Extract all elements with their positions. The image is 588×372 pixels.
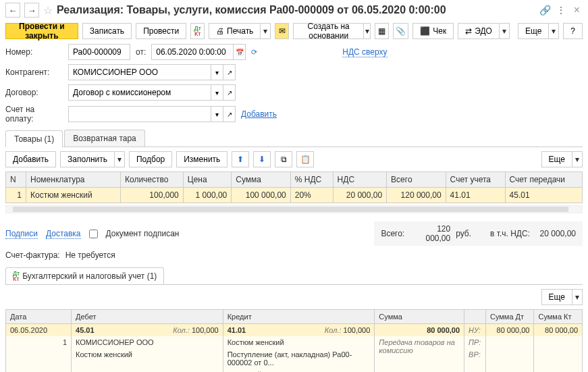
lcol-sumdt[interactable]: Сумма Дт: [485, 310, 533, 324]
col-nomen[interactable]: Номенклатура: [26, 172, 121, 188]
nav-forward-button[interactable]: →: [24, 3, 39, 18]
check-button[interactable]: ⬛ Чек: [412, 23, 454, 39]
currency-label: руб.: [456, 229, 471, 238]
account-open[interactable]: ↗: [223, 107, 235, 122]
paste-button[interactable]: 📋: [296, 151, 314, 167]
date-input[interactable]: [152, 45, 233, 59]
goods-more-button[interactable]: Еще: [541, 151, 572, 167]
horizontal-scrollbar[interactable]: [5, 205, 583, 213]
edo-caret[interactable]: ▾: [499, 23, 510, 39]
from-label: от:: [136, 47, 146, 57]
goods-table: N Номенклатура Количество Цена Сумма % Н…: [5, 171, 583, 203]
contractor-dropdown[interactable]: ▾: [211, 65, 223, 80]
account-dropdown[interactable]: ▾: [211, 107, 223, 122]
account-input[interactable]: [69, 107, 211, 122]
contract-open[interactable]: ↗: [223, 85, 235, 100]
more-caret[interactable]: ▾: [548, 23, 559, 39]
more-menu-icon[interactable]: ⋮: [556, 5, 566, 16]
tab-goods[interactable]: Товары (1): [5, 130, 63, 147]
ledger-table: Дата Дебет Кредит Сумма Сумма Дт Сумма К…: [5, 309, 583, 372]
lcol-sum[interactable]: Сумма: [375, 310, 464, 324]
ledger-row[interactable]: Костюм женский Поступление (акт, накладн…: [6, 348, 583, 369]
refresh-icon[interactable]: ⟳: [251, 48, 257, 57]
total-value: 120 000,00: [410, 224, 450, 243]
acc-more-button[interactable]: Еще: [541, 289, 572, 305]
add-row-button[interactable]: Добавить: [5, 151, 56, 167]
link-icon[interactable]: 🔗: [539, 5, 551, 16]
ledger-row[interactable]: Поступление (акт, накладная) Ра00-000002…: [6, 369, 583, 372]
col-total[interactable]: Всего: [387, 172, 446, 188]
col-vat[interactable]: НДС: [333, 172, 387, 188]
move-down-button[interactable]: ⬇: [253, 151, 271, 167]
create-based-button[interactable]: Создать на основании: [293, 23, 363, 39]
invoice-value: Не требуется: [65, 250, 115, 260]
contractor-input[interactable]: [69, 65, 211, 80]
col-sum[interactable]: Сумма: [232, 172, 291, 188]
close-button[interactable]: ×: [571, 4, 583, 16]
lcol-debit[interactable]: Дебет: [72, 310, 223, 324]
lcol-sumkt[interactable]: Сумма Кт: [534, 310, 583, 324]
contractor-label: Контрагент:: [5, 68, 63, 77]
col-acct[interactable]: Счет учета: [446, 172, 505, 188]
mail-button[interactable]: ✉: [275, 23, 289, 39]
favorite-star-icon[interactable]: ☆: [43, 4, 53, 17]
lcol-date[interactable]: Дата: [6, 310, 72, 324]
add-account-link[interactable]: Добавить: [241, 109, 277, 119]
col-n[interactable]: N: [6, 172, 26, 188]
select-button[interactable]: Подбор: [129, 151, 172, 167]
create-based-caret[interactable]: ▾: [363, 23, 371, 39]
ledger-row[interactable]: 1 КОМИССИОНЕР ООО Костюм женский Передач…: [6, 336, 583, 348]
vat-label: в т.ч. НДС:: [490, 229, 530, 238]
more-button[interactable]: Еще: [518, 23, 548, 39]
table-row[interactable]: 1 Костюм женский 100,000 1 000,00 100 00…: [6, 188, 583, 203]
lcol-credit[interactable]: Кредит: [223, 310, 375, 324]
vat-link[interactable]: НДС сверху: [342, 47, 387, 57]
calendar-icon[interactable]: 📅: [233, 45, 245, 59]
write-button[interactable]: Записать: [82, 23, 132, 39]
ledger-row[interactable]: 06.05.2020 45.01Кол.: 100,000 41.01Кол.:…: [6, 324, 583, 337]
change-button[interactable]: Изменить: [176, 151, 228, 167]
move-up-button[interactable]: ⬆: [232, 151, 249, 167]
copy-button[interactable]: ⧉: [275, 151, 292, 167]
structure-button[interactable]: ▦: [375, 23, 389, 39]
contract-label: Договор:: [5, 88, 63, 97]
post-button[interactable]: Провести: [136, 23, 186, 39]
delivery-link[interactable]: Доставка: [46, 229, 81, 239]
doc-signed-checkbox[interactable]: [89, 230, 98, 238]
invoice-label: Счет-фактура:: [5, 250, 60, 260]
number-input[interactable]: [69, 45, 130, 59]
fill-button[interactable]: Заполнить: [60, 151, 114, 167]
account-label: Счет на оплату:: [5, 105, 63, 124]
tab-returnable[interactable]: Возвратная тара: [64, 130, 145, 147]
col-acct-tr[interactable]: Счет передачи: [505, 172, 582, 188]
contractor-open[interactable]: ↗: [223, 65, 235, 80]
dt-kt-icon-button[interactable]: ДтКт: [190, 23, 205, 39]
page-title: Реализация: Товары, услуги, комиссия Ра0…: [57, 4, 535, 16]
doc-signed-label: Документ подписан: [106, 229, 180, 238]
total-label: Всего:: [381, 229, 404, 238]
goods-more-caret[interactable]: ▾: [572, 151, 583, 167]
col-qty[interactable]: Количество: [121, 172, 184, 188]
col-vat-pct[interactable]: % НДС: [290, 172, 333, 188]
col-price[interactable]: Цена: [183, 172, 232, 188]
acc-more-caret[interactable]: ▾: [572, 289, 583, 305]
nav-back-button[interactable]: ←: [5, 3, 20, 18]
fill-caret[interactable]: ▾: [114, 151, 125, 167]
print-button[interactable]: 🖨 Печать: [209, 23, 260, 39]
help-button[interactable]: ?: [563, 23, 583, 39]
signatures-link[interactable]: Подписи: [5, 229, 38, 239]
vat-value: 20 000,00: [535, 229, 576, 238]
edo-button[interactable]: ⇄ ЭДО: [458, 23, 499, 39]
attachment-button[interactable]: 📎: [393, 23, 408, 39]
contract-dropdown[interactable]: ▾: [211, 85, 223, 100]
print-dropdown-caret[interactable]: ▾: [260, 23, 271, 39]
accounting-tab[interactable]: ДтКт Бухгалтерский и налоговый учет (1): [5, 267, 164, 284]
number-label: Номер:: [5, 47, 63, 57]
contract-input[interactable]: [69, 85, 211, 100]
post-and-close-button[interactable]: Провести и закрыть: [5, 23, 78, 39]
